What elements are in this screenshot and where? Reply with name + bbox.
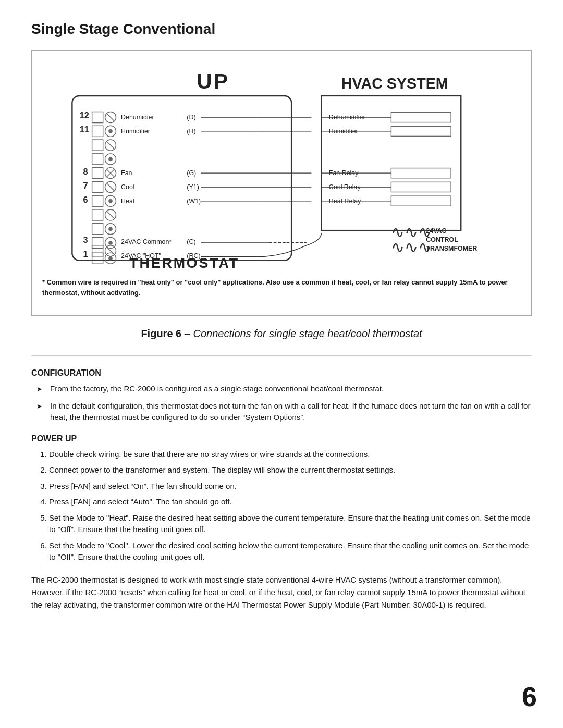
svg-rect-77 [391,168,451,178]
svg-point-23 [108,157,113,162]
svg-text:(Y1): (Y1) [187,183,199,191]
svg-line-36 [107,212,114,218]
config-bullet-1: From the factory, the RC-2000 is configu… [36,383,532,395]
svg-text:Dehumidier: Dehumidier [121,114,154,121]
power-up-heading: POWER UP [31,434,532,443]
svg-text:7: 7 [83,181,88,190]
svg-rect-43 [92,245,103,256]
step-2: Connect power to the transformer and sys… [49,464,532,476]
figure-caption: Figure 6 – Connections for single stage … [31,326,532,341]
svg-text:8: 8 [83,167,88,176]
svg-text:(RC): (RC) [187,252,200,260]
svg-text:3: 3 [83,235,88,244]
svg-text:(W1): (W1) [187,198,201,205]
svg-text:CONTROL: CONTROL [426,236,458,243]
svg-rect-37 [92,224,103,235]
svg-text:24VAC "HOT": 24VAC "HOT" [121,252,161,260]
svg-point-33 [108,199,113,203]
svg-rect-31 [92,195,103,206]
svg-rect-40 [92,238,103,249]
power-up-steps: Double check wiring, be sure that there … [31,449,532,563]
svg-rect-12 [92,112,103,123]
wiring-diagram: UP HVAC SYSTEM THERMOSTAT 12 11 8 [31,50,532,316]
svg-line-20 [107,142,114,149]
step-6: Set the Mode to "Cool". Lower the desire… [49,540,532,563]
footnote-text: * Common wire is required in "heat only"… [42,277,521,298]
svg-rect-18 [92,140,103,151]
svg-text:Humidifier: Humidifier [121,128,150,135]
svg-text:HVAC SYSTEM: HVAC SYSTEM [341,75,448,92]
page-number: 6 [522,681,537,712]
configuration-list: From the factory, the RC-2000 is configu… [31,383,532,424]
footnote-content: * Common wire is required in "heat only"… [42,278,508,297]
svg-text:1: 1 [83,249,88,258]
svg-text:(H): (H) [187,128,195,135]
config-bullet-2: In the default configuration, this therm… [36,400,532,424]
step-5: Set the Mode to "Heat". Raise the desire… [49,512,532,536]
svg-rect-79 [391,182,451,192]
svg-rect-24 [92,168,103,179]
svg-rect-81 [391,196,451,206]
svg-line-14 [107,114,114,120]
section-divider [31,355,532,356]
svg-text:24VAC Common*: 24VAC Common* [121,238,172,245]
svg-rect-34 [92,209,103,220]
svg-text:11: 11 [80,125,89,134]
svg-point-48 [108,256,113,261]
svg-rect-2 [72,96,291,261]
step-4: Press [FAN] and select “Auto”. The fan s… [49,496,532,508]
svg-text:6: 6 [83,195,88,204]
figure-description: – Connections for single stage heat/cool… [181,328,422,339]
page-title: Single Stage Conventional [31,21,532,38]
svg-point-42 [108,241,113,245]
svg-point-17 [108,129,113,133]
svg-point-39 [108,227,113,231]
figure-number: Figure 6 [141,328,181,339]
svg-text:Fan: Fan [121,169,132,177]
svg-rect-73 [391,112,451,122]
svg-text:(G): (G) [187,169,196,177]
svg-rect-28 [92,181,103,192]
svg-text:24VAC: 24VAC [426,227,446,235]
svg-text:(C): (C) [187,238,195,245]
step-3: Press [FAN] and select “On”. The fan sho… [49,480,532,492]
svg-text:TRANSMFOMER: TRANSMFOMER [426,245,477,252]
svg-line-30 [107,183,114,190]
svg-rect-46 [92,253,103,264]
diagram-svg: UP HVAC SYSTEM THERMOSTAT 12 11 8 [42,61,521,275]
svg-text:Cool: Cool [121,183,134,191]
step-1: Double check wiring, be sure that there … [49,449,532,461]
svg-rect-15 [92,126,103,137]
configuration-heading: CONFIGURATION [31,368,532,378]
svg-text:UP: UP [197,70,229,93]
svg-text:Heat: Heat [121,198,135,205]
body-paragraph: The RC-2000 thermostat is designed to wo… [31,574,532,611]
svg-text:12: 12 [80,110,89,120]
svg-text:(D): (D) [187,114,195,121]
svg-rect-21 [92,154,103,165]
svg-rect-75 [391,126,451,136]
